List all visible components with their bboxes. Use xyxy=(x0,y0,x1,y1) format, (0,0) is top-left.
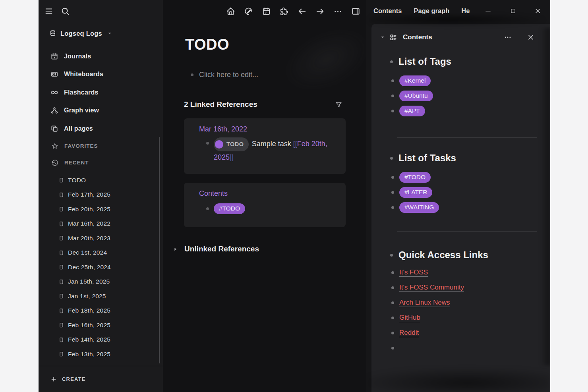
bullet-icon[interactable] xyxy=(391,317,394,319)
reference-page-link[interactable]: Contents xyxy=(199,189,228,197)
bullet-icon[interactable] xyxy=(391,176,394,179)
plus-icon xyxy=(50,376,57,382)
new-page-pen-icon[interactable] xyxy=(244,6,253,16)
page-icon xyxy=(58,264,64,270)
sidebar-scrollbar[interactable] xyxy=(159,137,160,363)
sidebar-item-whiteboards[interactable]: Whiteboards xyxy=(39,66,163,84)
home-icon[interactable] xyxy=(226,6,235,16)
sidebar-top-icons xyxy=(39,0,163,16)
bullet-icon[interactable] xyxy=(391,332,394,334)
outline-item-empty xyxy=(391,340,550,355)
outline-item: #APT xyxy=(391,103,550,118)
recent-item[interactable]: Feb 16th, 2025 xyxy=(39,318,163,333)
bullet-icon[interactable] xyxy=(391,271,394,274)
logseq-app-window: Logseq Logs Journals Whiteboards xyxy=(39,0,550,392)
bullet-icon[interactable] xyxy=(391,110,394,112)
recent-item[interactable]: TODO xyxy=(39,173,163,188)
page-icon xyxy=(58,250,64,256)
tag-pill[interactable]: #APT xyxy=(399,106,425,116)
nav-back-arrow-icon[interactable] xyxy=(297,6,307,16)
wikilink-bracket: ]] xyxy=(230,153,234,161)
sidebar-item-all-pages[interactable]: All pages xyxy=(39,120,163,138)
reference-page-link[interactable]: Mar 16th, 2022 xyxy=(199,125,247,133)
chevron-down-icon xyxy=(107,31,112,36)
recent-item[interactable]: Dec 25th, 2024 xyxy=(39,260,163,275)
hamburger-menu-icon[interactable] xyxy=(44,6,54,16)
search-icon[interactable] xyxy=(60,6,70,16)
bullet-icon[interactable] xyxy=(390,60,393,63)
recent-item[interactable]: Feb 14th, 2025 xyxy=(39,332,163,347)
recent-item[interactable]: Feb 20th, 2025 xyxy=(39,202,163,217)
outline-item: GitHub xyxy=(391,310,550,325)
bullet-icon[interactable] xyxy=(391,79,394,82)
more-ellipsis-icon[interactable] xyxy=(333,6,342,16)
toggle-right-sidebar-icon[interactable] xyxy=(351,6,360,16)
task-block: TODO Sample task [[Feb 20th, 2025]] xyxy=(206,137,346,164)
sidebar-item-flashcards[interactable]: Flashcards xyxy=(39,83,163,102)
tag-pill[interactable]: #TODO xyxy=(399,172,431,183)
bullet-icon[interactable] xyxy=(391,206,394,209)
bullet-icon[interactable] xyxy=(390,254,393,257)
external-link[interactable]: Arch Linux News xyxy=(399,299,450,307)
bullet-icon[interactable] xyxy=(390,157,393,160)
graph-switcher[interactable]: Logseq Logs xyxy=(49,29,163,38)
star-icon xyxy=(51,143,58,150)
chevron-right-icon[interactable] xyxy=(173,247,178,252)
sidebar-item-graph-view[interactable]: Graph view xyxy=(39,102,163,120)
main-content: TODO Click here to edit... 2 Linked Refe… xyxy=(163,0,366,392)
bullet-icon[interactable] xyxy=(391,95,394,97)
external-link[interactable]: GitHub xyxy=(399,314,420,322)
nav-forward-arrow-icon[interactable] xyxy=(315,6,325,16)
sidebar-item-journals[interactable]: Journals xyxy=(39,47,163,66)
close-icon[interactable] xyxy=(526,33,536,42)
recent-item[interactable]: Dec 1st, 2024 xyxy=(39,245,163,260)
recent-item[interactable]: Feb 18th, 2025 xyxy=(39,303,163,318)
plugins-puzzle-icon[interactable] xyxy=(279,6,289,16)
funnel-filter-icon[interactable] xyxy=(335,101,342,108)
tab-help[interactable]: He xyxy=(461,7,470,15)
todo-status-marker[interactable]: TODO xyxy=(214,137,249,151)
linked-reference-card: Contents #TODO xyxy=(184,183,346,227)
recent-item[interactable]: Mar 16th, 2022 xyxy=(39,216,163,231)
tag-pill[interactable]: #Ubuntu xyxy=(399,91,433,101)
page-icon xyxy=(58,177,64,183)
recent-section-header[interactable]: RECENT xyxy=(39,154,163,171)
bullet-icon[interactable] xyxy=(391,191,394,194)
bullet-icon[interactable] xyxy=(391,286,394,289)
bullet-icon[interactable] xyxy=(206,142,209,145)
minimize-icon[interactable] xyxy=(483,6,493,15)
tag-pill[interactable]: #Kernel xyxy=(399,75,431,86)
tab-page-graph[interactable]: Page graph xyxy=(414,7,450,15)
tag-pill[interactable]: #LATER xyxy=(399,187,432,198)
unlinked-references-header[interactable]: Unlinked References xyxy=(173,244,366,254)
create-button[interactable]: CREATE xyxy=(39,366,163,392)
bullet-icon[interactable] xyxy=(206,207,209,210)
tag-pill[interactable]: #WAITING xyxy=(399,202,439,213)
page-icon xyxy=(58,221,64,227)
todo-checkbox-icon[interactable] xyxy=(215,140,223,149)
close-icon[interactable] xyxy=(533,6,542,15)
recent-item[interactable]: Jan 15th, 2025 xyxy=(39,274,163,289)
linked-reference-card: Mar 16th, 2022 TODO Sample task [[Feb 20… xyxy=(184,118,346,174)
external-link[interactable]: It's FOSS xyxy=(399,268,428,276)
recent-item[interactable]: Jan 1st, 2025 xyxy=(39,289,163,304)
contents-panel: Contents List of Tags xyxy=(371,24,550,392)
recent-item[interactable]: Feb 17th, 2025 xyxy=(39,187,163,202)
recent-item[interactable]: Feb 13th, 2025 xyxy=(39,347,163,362)
more-ellipsis-icon[interactable] xyxy=(503,33,513,42)
collapse-triangle-icon[interactable] xyxy=(380,35,385,40)
bullet-icon[interactable] xyxy=(391,347,394,350)
tag-pill[interactable]: #TODO xyxy=(214,203,245,214)
journals-calendar-icon[interactable] xyxy=(261,6,271,16)
infinity-icon xyxy=(50,89,58,97)
outline-heading: List of Tasks xyxy=(390,152,550,164)
editor-empty-block[interactable]: Click here to edit... xyxy=(191,69,366,80)
tab-contents[interactable]: Contents xyxy=(373,7,402,15)
maximize-icon[interactable] xyxy=(508,6,518,15)
pages-copy-icon xyxy=(50,125,58,133)
recent-item[interactable]: Mar 20th, 2023 xyxy=(39,231,163,246)
favorites-section-header[interactable]: FAVORITES xyxy=(39,138,163,154)
external-link[interactable]: It's FOSS Community xyxy=(399,284,464,292)
bullet-icon[interactable] xyxy=(391,301,394,304)
external-link[interactable]: Reddit xyxy=(399,329,419,337)
